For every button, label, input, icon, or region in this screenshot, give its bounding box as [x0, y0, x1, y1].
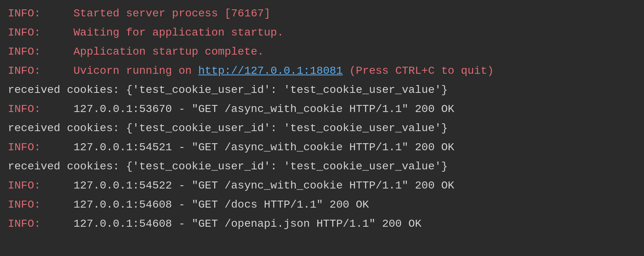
info-prefix: INFO: — [8, 100, 41, 119]
info-message-before: Uvicorn running on — [73, 61, 198, 80]
terminal-line: INFO: Waiting for application startup. — [8, 23, 636, 42]
terminal-line: INFO: 127.0.0.1:54521 - "GET /async_with… — [8, 138, 636, 157]
info-dots — [41, 61, 73, 80]
plain-log-line: received cookies: {'test_cookie_user_id'… — [8, 119, 448, 138]
info-prefix: INFO: — [8, 138, 41, 157]
plain-log-line: received cookies: {'test_cookie_user_id'… — [8, 80, 448, 100]
plain-log-line: received cookies: {'test_cookie_user_id'… — [8, 157, 448, 176]
terminal-line: INFO: Uvicorn running on http://127.0.0.… — [8, 61, 636, 80]
terminal-line: received cookies: {'test_cookie_user_id'… — [8, 80, 636, 100]
info-prefix: INFO: — [8, 42, 41, 61]
info-message: Started server process [76167] — [73, 4, 270, 23]
info-log-message: 127.0.0.1:54522 - "GET /async_with_cooki… — [73, 176, 454, 195]
info-prefix: INFO: — [8, 214, 41, 233]
info-dots — [41, 100, 73, 119]
terminal-container: INFO: Started server process [76167]INFO… — [8, 4, 636, 233]
terminal-line: INFO: 127.0.0.1:54608 - "GET /docs HTTP/… — [8, 195, 636, 214]
info-prefix: INFO: — [8, 4, 41, 23]
terminal-line: received cookies: {'test_cookie_user_id'… — [8, 157, 636, 176]
info-prefix: INFO: — [8, 195, 41, 214]
terminal-line: INFO: 127.0.0.1:53670 - "GET /async_with… — [8, 100, 636, 119]
info-dots — [41, 195, 73, 214]
terminal-line: received cookies: {'test_cookie_user_id'… — [8, 119, 636, 138]
info-dots — [41, 42, 73, 61]
info-dots — [41, 23, 73, 42]
info-log-message: 127.0.0.1:54608 - "GET /docs HTTP/1.1" 2… — [73, 195, 369, 214]
terminal-line: INFO: Started server process [76167] — [8, 4, 636, 23]
server-url-link[interactable]: http://127.0.0.1:18081 — [198, 61, 343, 80]
info-log-message: 127.0.0.1:53670 - "GET /async_with_cooki… — [73, 100, 454, 119]
info-message: Waiting for application startup. — [73, 23, 284, 42]
terminal-line: INFO: 127.0.0.1:54608 - "GET /openapi.js… — [8, 214, 636, 233]
info-log-message: 127.0.0.1:54521 - "GET /async_with_cooki… — [73, 138, 454, 157]
info-dots — [41, 176, 73, 195]
terminal-line: INFO: Application startup complete. — [8, 42, 636, 61]
info-dots — [41, 138, 73, 157]
info-dots — [41, 214, 73, 233]
info-message-after: (Press CTRL+C to quit) — [343, 61, 494, 80]
info-message: Application startup complete. — [73, 42, 264, 61]
info-log-message: 127.0.0.1:54608 - "GET /openapi.json HTT… — [73, 214, 422, 233]
info-prefix: INFO: — [8, 176, 41, 195]
terminal-line: INFO: 127.0.0.1:54522 - "GET /async_with… — [8, 176, 636, 195]
info-prefix: INFO: — [8, 61, 41, 80]
info-prefix: INFO: — [8, 23, 41, 42]
info-dots — [41, 4, 73, 23]
